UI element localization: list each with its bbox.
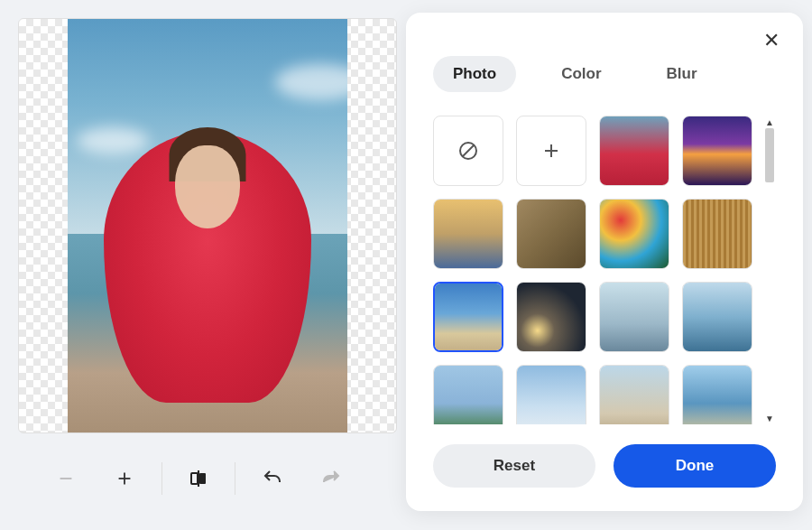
tab-color[interactable]: Color [541, 56, 621, 92]
none-icon [457, 140, 479, 162]
scroll-thumb[interactable] [765, 128, 774, 182]
thumb-preview [434, 366, 503, 424]
thumb-preview [600, 116, 669, 185]
background-thumb-cafe-street[interactable] [516, 199, 586, 269]
toolbar-divider [161, 462, 162, 495]
zoom-in-button[interactable] [102, 456, 147, 501]
reset-button[interactable]: Reset [433, 444, 595, 488]
no-background-thumb[interactable] [433, 116, 503, 186]
background-thumb-coast-beach[interactable] [682, 365, 752, 424]
redo-button[interactable] [309, 456, 354, 501]
zoom-out-button[interactable] [43, 456, 88, 501]
thumb-preview [683, 283, 752, 351]
thumb-preview [435, 284, 502, 350]
background-thumb-portrait-red-scarf[interactable] [599, 116, 669, 186]
canvas-toolbar [18, 451, 379, 506]
tab-blur[interactable]: Blur [647, 56, 717, 92]
svg-rect-3 [191, 473, 198, 484]
background-thumb-snowy-mountains[interactable] [516, 365, 586, 424]
add-background-thumb[interactable] [516, 116, 586, 186]
plus-icon [540, 140, 562, 162]
close-icon: ✕ [763, 29, 780, 52]
editor-left-panel [0, 0, 379, 530]
action-row: Reset Done [433, 444, 776, 488]
background-thumb-purple-sunset-horizon[interactable] [682, 116, 752, 186]
done-button[interactable]: Done [614, 444, 776, 488]
plus-icon [115, 469, 134, 488]
thumb-preview [517, 200, 586, 268]
scroll-down-button[interactable]: ▼ [763, 412, 776, 424]
scroll-up-button[interactable]: ▲ [763, 116, 776, 128]
compare-button[interactable] [176, 456, 221, 501]
thumb-preview [683, 200, 752, 268]
preview-image[interactable] [68, 19, 347, 432]
background-thumb-mountain-green[interactable] [433, 365, 503, 424]
background-thumb-city-sunrise[interactable] [433, 199, 503, 269]
background-thumb-gold-stripes[interactable] [682, 199, 752, 269]
undo-icon [262, 468, 283, 489]
minus-icon [56, 469, 76, 488]
tab-photo[interactable]: Photo [433, 56, 516, 92]
thumb-preview [600, 366, 669, 424]
background-tabs: Photo Color Blur [433, 56, 776, 92]
background-thumb-night-bokeh-city[interactable] [516, 282, 586, 352]
thumb-preview [517, 366, 586, 424]
background-thumb-beach-shore[interactable] [433, 282, 503, 352]
thumb-preview [683, 116, 752, 185]
undo-button[interactable] [250, 456, 295, 501]
close-button[interactable]: ✕ [758, 27, 785, 54]
toolbar-divider [235, 462, 235, 495]
background-thumb-skyline-shanghai[interactable] [599, 282, 669, 352]
background-thumb-city-domes[interactable] [599, 365, 669, 424]
background-thumb-skyline-chicago[interactable] [682, 282, 752, 352]
svg-rect-4 [199, 473, 206, 484]
svg-line-7 [463, 145, 474, 156]
redo-icon [320, 468, 342, 489]
scroll-track[interactable] [763, 128, 776, 412]
canvas-transparency-area[interactable] [18, 18, 397, 433]
thumb-preview [600, 283, 669, 351]
thumb-preview [517, 283, 586, 351]
thumb-preview [683, 366, 752, 424]
thumb-preview [600, 200, 669, 268]
background-thumb-graffiti-wall[interactable] [599, 199, 669, 269]
compare-icon [188, 468, 209, 489]
thumb-preview [434, 200, 503, 268]
background-panel: ✕ Photo Color Blur ▲ ▼ Reset Done [406, 13, 803, 511]
scrollbar[interactable]: ▲ ▼ [763, 116, 776, 424]
background-thumbnail-grid [433, 116, 763, 424]
